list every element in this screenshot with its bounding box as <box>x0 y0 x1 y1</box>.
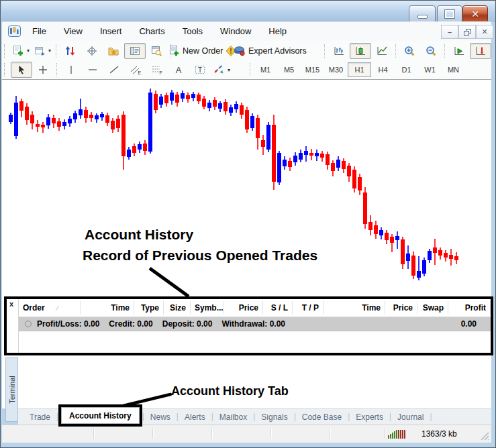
column-header-order[interactable]: Order∕ <box>19 301 81 315</box>
vertical-line-icon <box>65 64 77 75</box>
terminal-side-tab-label: Terminal <box>8 376 16 404</box>
timeframe-m15-button[interactable]: M15 <box>301 62 324 77</box>
favorites-icon: ★ <box>107 46 119 56</box>
crosshair-button[interactable] <box>81 43 103 59</box>
svg-text:E: E <box>138 70 142 75</box>
maximize-button[interactable] <box>437 5 462 23</box>
chart-shift-button[interactable] <box>470 43 491 59</box>
new-order-button[interactable]: New Order <box>173 43 220 59</box>
menu-item-tools[interactable]: Tools <box>174 21 211 41</box>
column-header-symb[interactable]: Symb... <box>191 301 224 315</box>
tick-chart-button[interactable] <box>60 43 81 59</box>
strategy-tester-button[interactable] <box>146 43 167 59</box>
candlestick-chart-button[interactable] <box>350 43 371 59</box>
title-bar[interactable]: ✕ <box>1 1 495 21</box>
tab-mailbox[interactable]: Mailbox <box>213 409 253 422</box>
vertical-line-button[interactable] <box>60 62 82 78</box>
expert-advisors-button[interactable]: Expert Advisors <box>242 43 301 59</box>
crosshair-tool-icon <box>37 64 49 75</box>
tab-code-base[interactable]: Code Base <box>296 409 348 422</box>
column-header-time-2[interactable]: Time <box>324 301 385 315</box>
terminal-side-tab[interactable]: Terminal <box>5 357 18 422</box>
connection-bars-icon <box>388 429 405 439</box>
horizontal-line-button[interactable] <box>82 62 103 78</box>
zoom-in-button[interactable] <box>399 43 420 59</box>
tab-trade[interactable]: Trade <box>23 409 56 422</box>
column-header-size[interactable]: Size <box>164 301 191 315</box>
column-header-price[interactable]: Price <box>224 301 263 315</box>
tab-experts[interactable]: Experts <box>350 409 389 422</box>
zoom-out-button[interactable] <box>420 43 442 59</box>
column-header-type[interactable]: Type <box>134 301 164 315</box>
column-header-swap[interactable]: Swap <box>417 301 448 315</box>
tab-news[interactable]: News <box>144 409 177 422</box>
timeframe-m30-button[interactable]: M30 <box>324 62 348 77</box>
doc-restore-button[interactable] <box>458 25 476 39</box>
open-profiles-icon <box>34 46 46 56</box>
statusbar-separator <box>270 429 271 439</box>
timeframe-m1-button[interactable]: M1 <box>254 62 277 77</box>
trendline-button[interactable] <box>103 62 125 78</box>
bar-chart-button[interactable] <box>328 43 350 59</box>
tab-signals[interactable]: Signals <box>255 409 293 422</box>
close-icon: ✕ <box>471 9 479 19</box>
column-header-t-p[interactable]: T / P <box>293 301 324 315</box>
svg-text:F: F <box>160 70 162 75</box>
timeframe-m5-button[interactable]: M5 <box>277 62 301 77</box>
favorites-button[interactable]: ★ <box>103 43 124 59</box>
tab-journal[interactable]: Journal <box>391 409 430 422</box>
resize-grip[interactable] <box>479 431 489 443</box>
text-label-icon: T <box>194 64 206 75</box>
menu-item-charts[interactable]: Charts <box>130 21 173 41</box>
dropdown-caret-icon[interactable]: ▾ <box>228 67 230 73</box>
summary-deposit: Deposit: 0.00 <box>162 319 213 329</box>
line-studies-toolbar: EFAT▾M1M5M15M30H1H4D1W1MN <box>2 60 491 80</box>
svg-text:★: ★ <box>111 49 116 56</box>
timeframe-h4-button[interactable]: H4 <box>371 62 395 77</box>
line-chart-button[interactable] <box>371 43 393 59</box>
statusbar-separator <box>211 429 212 439</box>
minimize-button[interactable] <box>409 5 436 23</box>
column-header-profit[interactable]: Profit <box>448 301 491 315</box>
annotation-tab-note: Account History Tab <box>171 384 289 398</box>
menu-item-file[interactable]: File <box>23 21 55 41</box>
text-label-button[interactable]: T <box>189 62 211 78</box>
menu-item-view[interactable]: View <box>55 21 91 41</box>
chart-shift-icon <box>475 46 487 56</box>
toolbar-separator <box>250 63 251 76</box>
equidistant-channel-button[interactable]: E <box>125 62 146 78</box>
dropdown-caret-icon[interactable]: ▾ <box>27 48 30 54</box>
terminal-toggle-button[interactable] <box>124 43 146 59</box>
text-button[interactable]: A <box>168 62 189 78</box>
terminal-close-button[interactable]: x <box>9 300 13 308</box>
open-profiles-button[interactable]: ▾ <box>32 43 53 59</box>
menu-item-insert[interactable]: Insert <box>91 21 131 41</box>
column-header-time[interactable]: Time <box>81 301 134 315</box>
tab-separator: | <box>430 409 432 421</box>
timeframe-d1-button[interactable]: D1 <box>395 62 418 77</box>
fibonacci-button[interactable]: F <box>146 62 168 78</box>
doc-minimize-button[interactable]: – <box>441 25 458 39</box>
auto-scroll-button[interactable] <box>448 43 470 59</box>
expert-advisors-icon <box>234 46 246 56</box>
cursor-button[interactable] <box>11 62 32 78</box>
tab-alerts[interactable]: Alerts <box>179 409 211 422</box>
table-empty-area <box>19 331 491 353</box>
timeframe-w1-button[interactable]: W1 <box>418 62 442 77</box>
tab-account-history[interactable]: Account History <box>58 404 142 427</box>
new-chart-button[interactable]: ▾ <box>10 43 32 59</box>
line-chart-icon <box>376 46 388 56</box>
doc-close-button[interactable]: ✕ <box>476 25 493 39</box>
menu-item-help[interactable]: Help <box>260 21 295 41</box>
crosshair-tool-button[interactable] <box>32 62 54 78</box>
text-icon: A <box>172 64 185 75</box>
column-header-s-l[interactable]: S / L <box>263 301 293 315</box>
balance-summary-row[interactable]: Profit/Loss: 0.00Credit: 0.00Deposit: 0.… <box>19 317 491 331</box>
close-button[interactable]: ✕ <box>462 5 488 23</box>
timeframe-h1-button[interactable]: H1 <box>348 62 371 77</box>
dropdown-caret-icon[interactable]: ▾ <box>48 48 51 54</box>
arrows-button[interactable]: ▾ <box>211 62 232 78</box>
timeframe-mn-button[interactable]: MN <box>442 62 465 77</box>
menu-item-window[interactable]: Window <box>211 21 260 41</box>
column-header-price-2[interactable]: Price <box>385 301 417 315</box>
